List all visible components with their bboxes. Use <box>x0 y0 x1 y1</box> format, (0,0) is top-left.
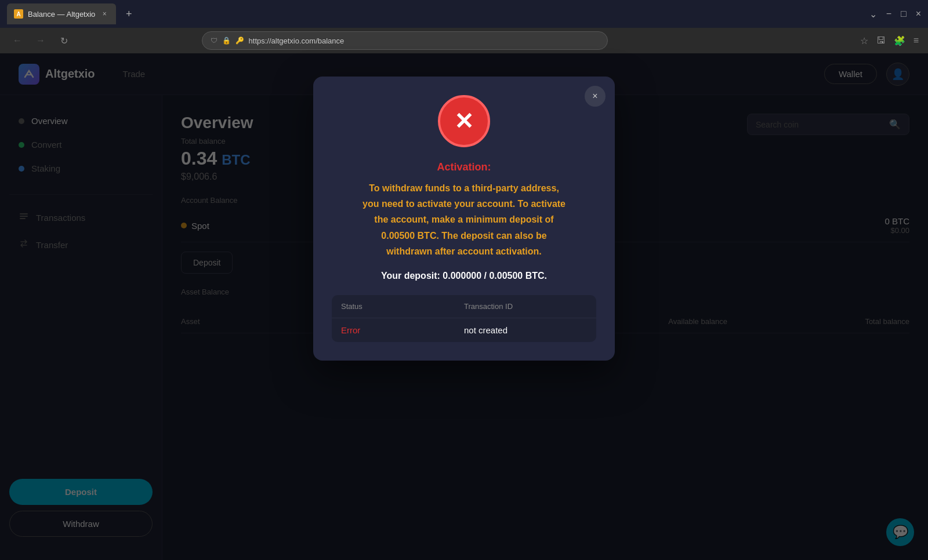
modal-table: Status Transaction ID Error not created <box>332 295 596 342</box>
modal-close-icon: × <box>592 91 597 101</box>
modal-txid-value: not created <box>464 325 587 335</box>
lock-icon: 🔒 <box>222 37 231 45</box>
error-x-icon: ✕ <box>454 108 474 134</box>
key-icon: 🔑 <box>235 37 244 45</box>
tab-close-icon: × <box>103 10 107 18</box>
minimize-button[interactable]: − <box>886 9 891 20</box>
forward-button[interactable]: → <box>32 32 49 49</box>
modal-icon-area: ✕ <box>332 95 596 147</box>
tab-title: Balance — Altgetxio <box>28 10 95 19</box>
refresh-icon: ↻ <box>60 35 68 46</box>
app-area: Altgetxio Trade Wallet 👤 Overview Conver… <box>0 53 928 560</box>
url-bar[interactable]: 🛡 🔒 🔑 https://altgetxio.com/balance <box>202 31 608 50</box>
extensions-icon[interactable]: 🧩 <box>894 35 905 46</box>
error-icon-circle: ✕ <box>438 95 490 147</box>
modal-col-status: Status <box>341 302 464 311</box>
tab-close-button[interactable]: × <box>100 9 109 19</box>
modal-body-line5: withdrawn after account activation. <box>386 246 542 256</box>
menu-icon[interactable]: ≡ <box>913 35 919 46</box>
addressbar-actions: ☆ 🖫 🧩 ≡ <box>860 35 919 46</box>
modal-table-row: Error not created <box>332 318 596 342</box>
save-icon[interactable]: 🖫 <box>876 35 886 46</box>
browser-close-button[interactable]: × <box>916 9 921 20</box>
tab-favicon: A <box>14 9 23 19</box>
shield-icon: 🛡 <box>211 37 217 45</box>
dropdown-arrow[interactable]: ⌄ <box>869 9 877 20</box>
modal-deposit-info: Your deposit: 0.000000 / 0.00500 BTC. <box>332 271 596 281</box>
modal-close-button[interactable]: × <box>585 86 606 107</box>
browser-addressbar: ← → ↻ 🛡 🔒 🔑 https://altgetxio.com/balanc… <box>0 28 928 53</box>
url-text: https://altgetxio.com/balance <box>249 37 345 45</box>
new-tab-button[interactable]: + <box>121 6 137 22</box>
back-button[interactable]: ← <box>9 32 26 49</box>
modal-body: To withdraw funds to a third-party addre… <box>332 180 596 259</box>
bookmark-icon[interactable]: ☆ <box>860 35 868 46</box>
browser-chrome: A Balance — Altgetxio × + ⌄ − □ × <box>0 0 928 53</box>
modal-body-line4: 0.00500 BTC. The deposit can also be <box>381 231 546 241</box>
modal-col-txid: Transaction ID <box>464 302 587 311</box>
activation-modal: × ✕ Activation: To withdraw funds to a t… <box>313 77 615 361</box>
modal-table-header: Status Transaction ID <box>332 295 596 318</box>
plus-icon: + <box>126 8 132 20</box>
browser-titlebar: A Balance — Altgetxio × + ⌄ − □ × <box>0 0 928 28</box>
modal-title: Activation: <box>332 161 596 173</box>
titlebar-controls: ⌄ − □ × <box>869 9 921 20</box>
modal-body-line2: you need to activate your account. To ac… <box>362 199 566 209</box>
browser-tab[interactable]: A Balance — Altgetxio × <box>7 3 116 24</box>
maximize-button[interactable]: □ <box>901 9 907 20</box>
modal-status-value: Error <box>341 325 464 335</box>
forward-icon: → <box>36 35 45 46</box>
back-icon: ← <box>13 35 22 46</box>
modal-body-line3: the account, make a minimum deposit of <box>374 214 553 224</box>
refresh-button[interactable]: ↻ <box>56 32 72 49</box>
modal-overlay[interactable]: × ✕ Activation: To withdraw funds to a t… <box>0 53 928 560</box>
modal-body-line1: To withdraw funds to a third-party addre… <box>369 183 559 193</box>
